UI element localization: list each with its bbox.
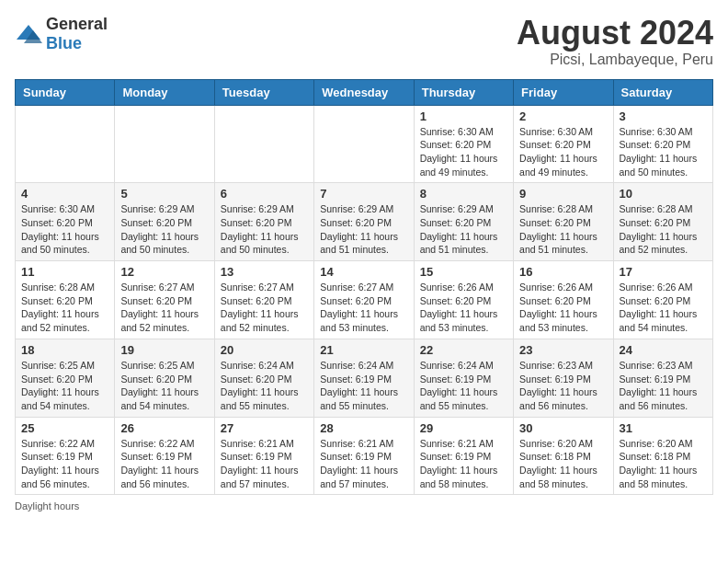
calendar-cell: 22Sunrise: 6:24 AMSunset: 6:19 PMDayligh…: [414, 339, 513, 417]
calendar-cell: 27Sunrise: 6:21 AMSunset: 6:19 PMDayligh…: [214, 417, 313, 495]
calendar-cell: 4Sunrise: 6:30 AMSunset: 6:20 PMDaylight…: [16, 183, 115, 261]
day-number: 25: [21, 421, 108, 435]
calendar-cell: 24Sunrise: 6:23 AMSunset: 6:19 PMDayligh…: [613, 339, 712, 417]
day-info: Sunrise: 6:29 AMSunset: 6:20 PMDaylight:…: [320, 202, 407, 257]
day-info: Sunrise: 6:24 AMSunset: 6:19 PMDaylight:…: [320, 359, 407, 413]
day-number: 5: [120, 187, 208, 201]
day-number: 13: [221, 265, 308, 279]
day-info: Sunrise: 6:24 AMSunset: 6:19 PMDaylight:…: [420, 359, 507, 413]
day-number: 24: [620, 343, 707, 357]
calendar-cell: 6Sunrise: 6:29 AMSunset: 6:20 PMDaylight…: [214, 183, 313, 261]
calendar-cell: [115, 105, 214, 183]
calendar-cell: 21Sunrise: 6:24 AMSunset: 6:19 PMDayligh…: [314, 339, 414, 417]
day-info: Sunrise: 6:28 AMSunset: 6:20 PMDaylight:…: [21, 281, 108, 335]
calendar-table: SundayMondayTuesdayWednesdayThursdayFrid…: [15, 79, 713, 496]
day-number: 31: [620, 421, 707, 435]
calendar-week-row: 11Sunrise: 6:28 AMSunset: 6:20 PMDayligh…: [16, 261, 713, 339]
day-info: Sunrise: 6:21 AMSunset: 6:19 PMDaylight:…: [320, 437, 407, 491]
footer-note: Daylight hours: [15, 500, 713, 511]
calendar-week-row: 18Sunrise: 6:25 AMSunset: 6:20 PMDayligh…: [16, 339, 713, 417]
day-info: Sunrise: 6:21 AMSunset: 6:19 PMDaylight:…: [221, 437, 308, 491]
day-info: Sunrise: 6:26 AMSunset: 6:20 PMDaylight:…: [519, 281, 607, 335]
day-info: Sunrise: 6:20 AMSunset: 6:18 PMDaylight:…: [519, 437, 607, 491]
calendar-cell: 31Sunrise: 6:20 AMSunset: 6:18 PMDayligh…: [613, 417, 712, 495]
day-info: Sunrise: 6:25 AMSunset: 6:20 PMDaylight:…: [21, 359, 108, 413]
day-info: Sunrise: 6:30 AMSunset: 6:20 PMDaylight:…: [620, 125, 707, 179]
day-number: 23: [519, 343, 607, 357]
day-number: 1: [420, 109, 507, 123]
day-number: 9: [519, 187, 607, 201]
day-number: 14: [320, 265, 407, 279]
calendar-cell: 7Sunrise: 6:29 AMSunset: 6:20 PMDaylight…: [314, 183, 414, 261]
day-number: 4: [21, 187, 108, 201]
calendar-cell: 12Sunrise: 6:27 AMSunset: 6:20 PMDayligh…: [115, 261, 214, 339]
day-number: 11: [21, 265, 108, 279]
day-info: Sunrise: 6:27 AMSunset: 6:20 PMDaylight:…: [221, 281, 308, 335]
day-info: Sunrise: 6:30 AMSunset: 6:20 PMDaylight:…: [420, 125, 507, 179]
calendar-cell: 14Sunrise: 6:27 AMSunset: 6:20 PMDayligh…: [314, 261, 414, 339]
day-info: Sunrise: 6:22 AMSunset: 6:19 PMDaylight:…: [21, 437, 108, 491]
day-info: Sunrise: 6:27 AMSunset: 6:20 PMDaylight:…: [320, 281, 407, 335]
day-number: 30: [519, 421, 607, 435]
calendar-cell: 13Sunrise: 6:27 AMSunset: 6:20 PMDayligh…: [214, 261, 313, 339]
day-number: 17: [620, 265, 707, 279]
day-number: 12: [120, 265, 208, 279]
logo-general: General: [46, 15, 108, 33]
column-header-friday: Friday: [514, 79, 613, 105]
calendar-cell: 15Sunrise: 6:26 AMSunset: 6:20 PMDayligh…: [414, 261, 513, 339]
calendar-cell: 5Sunrise: 6:29 AMSunset: 6:20 PMDaylight…: [115, 183, 214, 261]
calendar-cell: 18Sunrise: 6:25 AMSunset: 6:20 PMDayligh…: [16, 339, 115, 417]
day-info: Sunrise: 6:30 AMSunset: 6:20 PMDaylight:…: [21, 202, 108, 257]
day-number: 10: [620, 187, 707, 201]
calendar-cell: 10Sunrise: 6:28 AMSunset: 6:20 PMDayligh…: [613, 183, 712, 261]
day-number: 18: [21, 343, 108, 357]
calendar-header-row: SundayMondayTuesdayWednesdayThursdayFrid…: [16, 79, 713, 105]
main-title: August 2024: [517, 15, 713, 52]
day-number: 3: [620, 109, 707, 123]
subtitle: Picsi, Lambayeque, Peru: [517, 52, 713, 68]
column-header-saturday: Saturday: [613, 79, 712, 105]
calendar-cell: 29Sunrise: 6:21 AMSunset: 6:19 PMDayligh…: [414, 417, 513, 495]
column-header-tuesday: Tuesday: [214, 79, 313, 105]
day-info: Sunrise: 6:25 AMSunset: 6:20 PMDaylight:…: [120, 359, 208, 413]
calendar-cell: 9Sunrise: 6:28 AMSunset: 6:20 PMDaylight…: [514, 183, 613, 261]
day-info: Sunrise: 6:26 AMSunset: 6:20 PMDaylight:…: [620, 281, 707, 335]
calendar-cell: 16Sunrise: 6:26 AMSunset: 6:20 PMDayligh…: [514, 261, 613, 339]
day-number: 6: [221, 187, 308, 201]
calendar-week-row: 4Sunrise: 6:30 AMSunset: 6:20 PMDaylight…: [16, 183, 713, 261]
calendar-cell: 25Sunrise: 6:22 AMSunset: 6:19 PMDayligh…: [16, 417, 115, 495]
calendar-cell: 20Sunrise: 6:24 AMSunset: 6:20 PMDayligh…: [214, 339, 313, 417]
calendar-cell: 17Sunrise: 6:26 AMSunset: 6:20 PMDayligh…: [613, 261, 712, 339]
title-area: August 2024 Picsi, Lambayeque, Peru: [517, 15, 713, 68]
calendar-cell: [314, 105, 414, 183]
day-info: Sunrise: 6:28 AMSunset: 6:20 PMDaylight:…: [519, 202, 607, 257]
day-info: Sunrise: 6:29 AMSunset: 6:20 PMDaylight:…: [221, 202, 308, 257]
column-header-sunday: Sunday: [16, 79, 115, 105]
day-info: Sunrise: 6:20 AMSunset: 6:18 PMDaylight:…: [620, 437, 707, 491]
calendar-cell: [16, 105, 115, 183]
day-number: 28: [320, 421, 407, 435]
calendar-cell: 23Sunrise: 6:23 AMSunset: 6:19 PMDayligh…: [514, 339, 613, 417]
day-info: Sunrise: 6:29 AMSunset: 6:20 PMDaylight:…: [420, 202, 507, 257]
day-info: Sunrise: 6:23 AMSunset: 6:19 PMDaylight:…: [519, 359, 607, 413]
day-info: Sunrise: 6:29 AMSunset: 6:20 PMDaylight:…: [120, 202, 208, 257]
column-header-thursday: Thursday: [414, 79, 513, 105]
day-number: 15: [420, 265, 507, 279]
logo-icon: [15, 23, 42, 45]
day-info: Sunrise: 6:22 AMSunset: 6:19 PMDaylight:…: [120, 437, 208, 491]
calendar-cell: 3Sunrise: 6:30 AMSunset: 6:20 PMDaylight…: [613, 105, 712, 183]
calendar-cell: 11Sunrise: 6:28 AMSunset: 6:20 PMDayligh…: [16, 261, 115, 339]
day-number: 16: [519, 265, 607, 279]
day-number: 20: [221, 343, 308, 357]
column-header-wednesday: Wednesday: [314, 79, 414, 105]
calendar-cell: 26Sunrise: 6:22 AMSunset: 6:19 PMDayligh…: [115, 417, 214, 495]
day-info: Sunrise: 6:23 AMSunset: 6:19 PMDaylight:…: [620, 359, 707, 413]
calendar-cell: 8Sunrise: 6:29 AMSunset: 6:20 PMDaylight…: [414, 183, 513, 261]
column-header-monday: Monday: [115, 79, 214, 105]
calendar-cell: 19Sunrise: 6:25 AMSunset: 6:20 PMDayligh…: [115, 339, 214, 417]
calendar-cell: [214, 105, 313, 183]
day-info: Sunrise: 6:21 AMSunset: 6:19 PMDaylight:…: [420, 437, 507, 491]
day-info: Sunrise: 6:30 AMSunset: 6:20 PMDaylight:…: [519, 125, 607, 179]
day-number: 8: [420, 187, 507, 201]
day-number: 29: [420, 421, 507, 435]
